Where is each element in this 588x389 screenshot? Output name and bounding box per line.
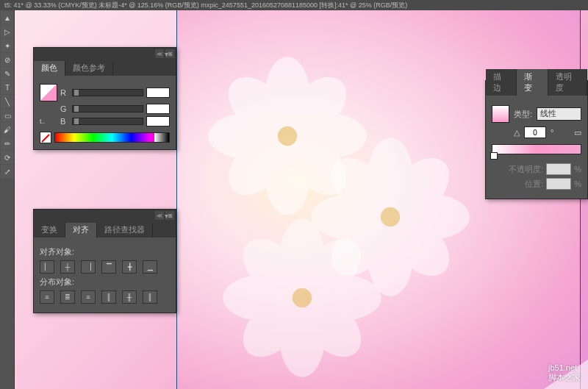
overflow-prefix: t.. (40, 118, 49, 125)
slider-b[interactable] (72, 118, 143, 125)
gradient-swatch[interactable] (492, 105, 509, 123)
selection-icon[interactable]: ▲ (1, 11, 14, 24)
opacity-label: 不透明度: (509, 164, 543, 175)
workspace: ▲ ▷ ✦ ⊘ ✎ T ╲ ▭ 🖌 ✏ ⟳ ⤢ ≪✕ 颜色 颜色参考 ▾≡ (0, 10, 588, 389)
angle-icon: △ (514, 128, 520, 138)
panel-menu-icon[interactable]: ▾≡ (165, 212, 173, 220)
position-label: 位置: (525, 179, 543, 190)
gradient-type-select[interactable]: 线性 (537, 107, 581, 121)
type-icon[interactable]: T (1, 81, 14, 94)
input-r[interactable] (146, 88, 170, 98)
direct-select-icon[interactable]: ▷ (1, 25, 14, 38)
align-hcenter-button[interactable]: ┼ (60, 260, 75, 274)
tab-opacity[interactable]: 透明度 (548, 69, 587, 96)
input-b[interactable] (146, 116, 170, 126)
artboard[interactable] (176, 10, 581, 389)
tab-gradient[interactable]: 渐变 (517, 69, 548, 96)
dist-vcenter-button[interactable]: ≣ (60, 290, 75, 304)
input-g[interactable] (146, 104, 170, 114)
distribute-objects-label: 分布对象: (40, 276, 170, 288)
fill-stroke-swatch[interactable] (40, 84, 57, 101)
slider-r[interactable] (72, 89, 143, 96)
color-panel-tabs: 颜色 颜色参考 ▾≡ (34, 61, 176, 76)
rotate-icon[interactable]: ⟳ (1, 151, 14, 164)
pen-icon[interactable]: ✎ (1, 67, 14, 80)
flower-artwork (221, 217, 383, 379)
color-spectrum[interactable] (54, 132, 170, 143)
canvas-area[interactable]: ≪✕ 颜色 颜色参考 ▾≡ R G (15, 10, 588, 389)
tab-stroke[interactable]: 描边 (486, 69, 517, 96)
lasso-icon[interactable]: ⊘ (1, 53, 14, 66)
tab-align[interactable]: 对齐 (65, 222, 97, 238)
panel-menu-icon[interactable]: ▾≡ (165, 50, 173, 58)
panel-header[interactable]: ≪✕ (34, 210, 176, 223)
watermark-name: 脚本之家 (548, 372, 581, 383)
collapse-icon[interactable]: ≪ (155, 49, 164, 58)
svg-point-26 (293, 288, 312, 307)
align-right-button[interactable]: ▕ (81, 260, 96, 274)
line-icon[interactable]: ╲ (1, 95, 14, 108)
align-vcenter-button[interactable]: ╋ (122, 260, 137, 274)
tools-panel: ▲ ▷ ✦ ⊘ ✎ T ╲ ▭ 🖌 ✏ ⟳ ⤢ (0, 10, 15, 389)
channel-r-label: R (60, 88, 69, 97)
gradient-type-label: 类型: (514, 109, 532, 120)
angle-unit: ° (551, 128, 553, 137)
gradient-angle-input[interactable] (524, 126, 546, 138)
brush-icon[interactable]: 🖌 (1, 123, 14, 136)
gradient-panel: 描边 渐变 透明度 类型: 线性 △ ° ▭ (485, 80, 588, 199)
color-panel-body: R G t.. B (34, 76, 176, 149)
align-left-button[interactable]: ▏ (40, 260, 54, 274)
align-panel-tabs: 变换 对齐 路径查找器 ▾≡ (34, 223, 176, 238)
aspect-icon: ▭ (574, 128, 581, 138)
gradient-opacity-input[interactable] (546, 163, 571, 175)
color-panel: ≪✕ 颜色 颜色参考 ▾≡ R G (33, 47, 176, 150)
dist-bottom-button[interactable]: ≡ (81, 290, 96, 304)
tab-color[interactable]: 颜色 (34, 60, 65, 76)
pencil-icon[interactable]: ✏ (1, 137, 14, 150)
collapse-icon[interactable]: ≪ (155, 211, 164, 220)
none-swatch[interactable] (40, 132, 51, 143)
svg-point-17 (381, 207, 400, 226)
tab-color-guide[interactable]: 颜色参考 (65, 60, 113, 76)
align-top-button[interactable]: ▔ (101, 260, 116, 274)
watermark-url: jb51.net (548, 363, 581, 372)
dist-right-button[interactable]: ║ (143, 290, 157, 304)
panel-header[interactable]: ≪✕ (34, 48, 176, 61)
tab-pathfinder[interactable]: 路径查找器 (97, 222, 153, 238)
slider-g[interactable] (72, 105, 143, 113)
align-panel: ≪✕ 变换 对齐 路径查找器 ▾≡ 对齐对象: ▏ ┼ ▕ ▔ ╋ ▁ (33, 209, 176, 313)
dist-hcenter-button[interactable]: ╫ (122, 290, 137, 304)
dist-left-button[interactable]: ║ (101, 290, 116, 304)
rect-icon[interactable]: ▭ (1, 109, 14, 122)
gradient-position-input[interactable] (546, 178, 571, 190)
align-objects-label: 对齐对象: (40, 246, 170, 257)
align-bottom-button[interactable]: ▁ (143, 260, 157, 274)
gradient-panel-body: 类型: 线性 △ ° ▭ 不透明度: % 位置 (486, 96, 587, 199)
tab-transform[interactable]: 变换 (34, 222, 65, 238)
watermark: jb51.net 脚本之家 (548, 363, 581, 383)
scale-icon[interactable]: ⤢ (1, 165, 14, 178)
position-unit: % (574, 179, 581, 188)
dist-top-button[interactable]: ≡ (40, 290, 54, 304)
gradient-ramp[interactable] (492, 144, 581, 154)
document-titlebar: t5: 41* @ 33.33% (CMYK/预览) 未标题-4* @ 125.… (0, 0, 588, 10)
wand-icon[interactable]: ✦ (1, 39, 14, 52)
channel-b-label: B (60, 117, 69, 126)
opacity-unit: % (574, 165, 581, 174)
svg-point-8 (278, 126, 297, 146)
channel-g-label: G (60, 104, 69, 113)
gradient-panel-tabs: 描边 渐变 透明度 (486, 81, 587, 96)
align-panel-body: 对齐对象: ▏ ┼ ▕ ▔ ╋ ▁ 分布对象: ≡ ≣ ≡ (34, 238, 176, 313)
